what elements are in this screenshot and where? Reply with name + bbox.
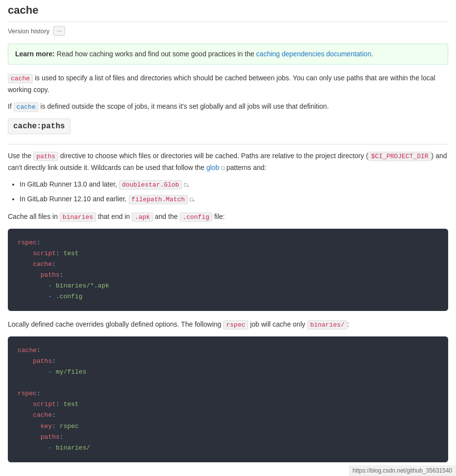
runner-list: In GitLab Runner 13.0 and later, doubles…	[20, 179, 448, 205]
version-history-label: Version history	[8, 27, 49, 35]
filepath-code: filepath.Match	[129, 195, 188, 204]
cache-code-1: cache	[8, 74, 33, 83]
paths-prefix: Use the	[8, 152, 33, 160]
list-item-2: In GitLab Runner 12.10 and earlier, file…	[20, 193, 448, 205]
list-item-1-after: □.	[182, 180, 189, 188]
intro-text-1: is used to specify a list of files and d…	[8, 74, 435, 94]
list-item-1: In GitLab Runner 13.0 and later, doubles…	[20, 179, 448, 190]
paths-code-2: $CI_PROJECT_DIR	[368, 152, 432, 161]
page-container: cache Version history ··· Learn more: Re…	[0, 0, 456, 476]
doublestar-code: doublestar.Glob	[119, 180, 182, 190]
page-title: cache	[8, 4, 448, 22]
paths-text-1: directive to choose which files or direc…	[58, 152, 368, 160]
apk-code: .apk	[132, 213, 153, 222]
paths-paragraph: Use the paths directive to choose which …	[8, 150, 448, 173]
version-history-button[interactable]: ···	[53, 26, 65, 36]
list-item-2-after: □.	[188, 195, 195, 203]
section1-heading: cache:paths	[8, 119, 70, 134]
second-prefix: If	[8, 102, 14, 110]
caf-text1: that end in	[96, 213, 132, 220]
intro-paragraph: cache is used to specify a list of files…	[8, 72, 448, 95]
info-box: Learn more: Read how caching works and f…	[8, 44, 448, 65]
footer-url: https://blog.csdn.net/github_35631540	[349, 465, 456, 476]
override-prefix: Locally defined cache overrides globally…	[8, 320, 223, 328]
caf-text3: file:	[212, 213, 225, 220]
paths-code-1: paths	[33, 152, 58, 161]
rspec-code: rspec	[223, 320, 248, 330]
override-text-1: job will cache only	[248, 320, 307, 328]
caf-text2: and the	[153, 213, 180, 220]
version-history-row: Version history ···	[8, 26, 448, 36]
glob-link[interactable]: glob	[206, 164, 219, 171]
external-icon: □	[221, 165, 225, 171]
info-box-text-before: Read how caching works and find out some…	[55, 50, 256, 58]
second-text-1: is defined outside the scope of jobs, it…	[39, 102, 329, 110]
config-code: .config	[180, 213, 212, 222]
cache-all-files-text: Cache all files in binaries that end in …	[8, 211, 448, 223]
list-item-1-before: In GitLab Runner 13.0 and later,	[20, 180, 119, 188]
override-text-2: :	[347, 320, 349, 328]
second-paragraph: If cache is defined outside the scope of…	[8, 101, 448, 113]
caching-docs-link[interactable]: caching dependencies documentation	[256, 50, 371, 58]
code-block-1: rspec: script: test cache: paths: - bina…	[8, 229, 448, 311]
list-item-2-before: In GitLab Runner 12.10 and earlier,	[20, 195, 129, 203]
info-box-text-after: .	[371, 50, 373, 58]
paths-text-3: patterns and:	[225, 164, 267, 171]
binaries-slash-code: binaries/	[307, 320, 347, 330]
info-box-bold: Learn more:	[15, 50, 55, 58]
binaries-code: binaries	[60, 213, 96, 222]
override-text: Locally defined cache overrides globally…	[8, 319, 448, 331]
cache-code-2: cache	[14, 102, 39, 112]
caf-prefix: Cache all files in	[8, 213, 60, 220]
section1-heading-wrapper: cache:paths	[8, 119, 448, 144]
code-block-2: cache: paths: - my/files rspec: script: …	[8, 336, 448, 462]
